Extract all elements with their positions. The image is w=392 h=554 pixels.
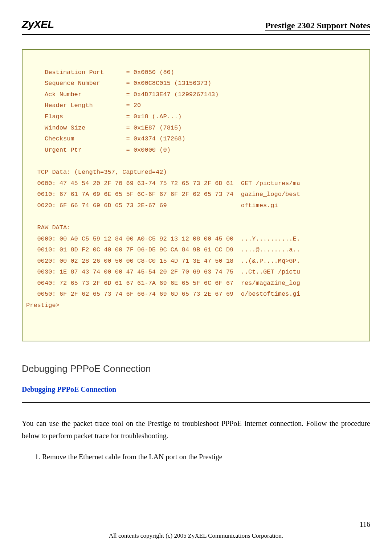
code-line: Header Length = 20 [26, 102, 141, 109]
code-line: Ack Number = 0x4D713E47 (1299267143) [26, 91, 219, 98]
page-number: 116 [360, 520, 370, 529]
section-subheading: Debugging PPPoE Connection [22, 385, 370, 394]
page-header: ZyXEL Prestige 2302 Support Notes [22, 18, 370, 32]
code-line: 0000: 47 45 54 20 2F 70 69 63-74 75 72 6… [26, 180, 300, 187]
code-line: 0020: 00 02 28 26 00 50 00 C8-C0 15 4D 7… [26, 258, 300, 264]
page-title: Prestige 2302 Support Notes [265, 21, 370, 30]
code-line: Urgent Ptr = 0x0000 (0) [26, 147, 171, 153]
code-line: 0040: 72 65 73 2F 6D 61 67 61-7A 69 6E 6… [26, 280, 300, 287]
code-line: Window Size = 0x1E87 (7815) [26, 124, 181, 131]
code-line: 0030: 1E 87 43 74 00 00 47 45-54 20 2F 7… [26, 268, 300, 275]
footer-copyright: All contents copyright (c) 2005 ZyXEL Co… [0, 532, 392, 539]
code-line: 0050: 6F 2F 62 65 73 74 6F 66-74 69 6D 6… [26, 291, 300, 297]
code-line: 0000: 00 A0 C5 59 12 84 00 A0-C5 92 13 1… [26, 235, 300, 242]
section-divider [22, 402, 370, 403]
list-item: 1. Remove the Ethernet cable from the LA… [35, 453, 370, 461]
header-divider [22, 34, 370, 35]
body-paragraph: You can use the packet trace tool on the… [22, 417, 370, 442]
code-line: Sequence Number = 0x00C8C015 (13156373) [26, 80, 211, 87]
code-line: Checksum = 0x4374 (17268) [26, 135, 185, 142]
code-line: 0020: 6F 66 74 69 6D 65 73 2E-67 69 ofti… [26, 202, 278, 209]
code-line: TCP Data: (Length=357, Captured=42) [26, 169, 167, 176]
code-line: 0010: 01 8D F2 0C 40 00 7F 06-D5 9C CA 8… [26, 246, 300, 253]
code-line: 0010: 67 61 7A 69 6E 65 5F 6C-6F 67 6F 2… [26, 191, 300, 198]
code-line: Prestige> [26, 302, 60, 309]
code-line: Destination Port = 0x0050 (80) [26, 69, 174, 76]
section-heading: Debugging PPPoE Connection [22, 363, 370, 374]
brand-logo: ZyXEL [22, 18, 54, 30]
code-block: Destination Port = 0x0050 (80) Sequence … [22, 49, 370, 341]
code-line: Flags = 0x18 (.AP...) [26, 113, 181, 120]
code-line: RAW DATA: [26, 224, 70, 231]
